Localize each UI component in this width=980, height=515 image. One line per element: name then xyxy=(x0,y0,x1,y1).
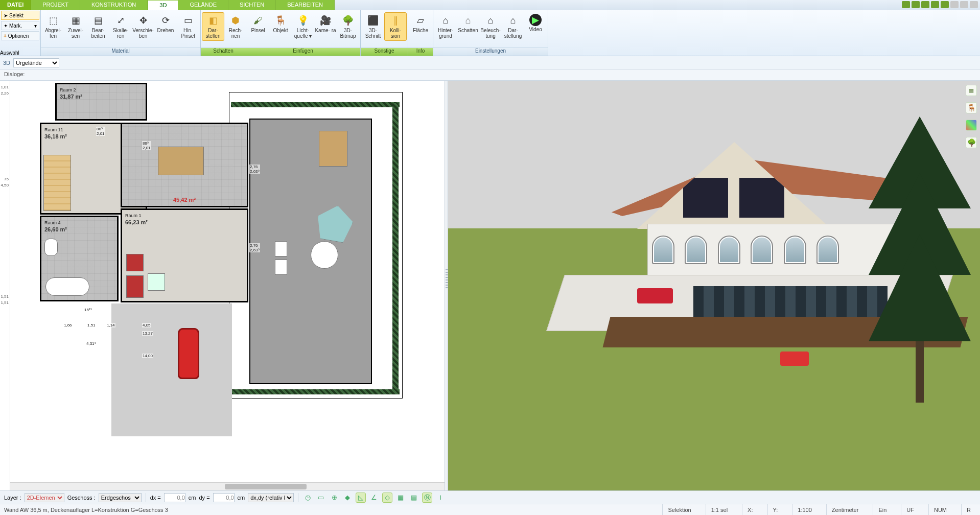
dim: 4,31⁵ xyxy=(86,341,97,346)
btn-bearbeiten[interactable]: ▤Bear- beiten xyxy=(87,12,109,41)
btn-3dbitmap[interactable]: 🌳3D- Bitmap xyxy=(337,12,359,41)
layer-select[interactable]: 2D-Elemen xyxy=(25,493,64,502)
cube-icon: ◧ xyxy=(206,14,220,27)
info-icon[interactable]: i xyxy=(435,493,446,503)
angle-icon[interactable]: ∠ xyxy=(369,493,379,503)
view-combo[interactable]: Urgelände xyxy=(13,58,59,67)
window-close[interactable] xyxy=(970,1,978,8)
btn-hin-pinsel[interactable]: ▭Hin. Pinsel xyxy=(177,12,199,41)
assign-icon: ▦ xyxy=(69,14,82,27)
coord-mode-select[interactable]: dx,dy (relativ ka xyxy=(248,493,294,502)
options-tool[interactable]: +Optionen xyxy=(1,31,39,40)
ribbon-group-auswahl: ➤Selekt ✦Mark.▾ +Optionen Auswahl xyxy=(0,10,41,56)
room-3[interactable]: Raum 3 45,42 m² xyxy=(121,123,248,207)
btn-video[interactable]: ▶Video xyxy=(524,12,547,40)
canvas-2d[interactable]: Raum 2 31,87 m² Raum 11 36,18 m² Raum 3 … xyxy=(10,81,445,482)
qb-3[interactable] xyxy=(921,1,929,8)
btn-beleuchtung[interactable]: ⌂Beleuch- tung xyxy=(479,12,502,41)
qb-2[interactable] xyxy=(912,1,920,8)
snap-obj-icon[interactable]: ◆ xyxy=(342,493,353,503)
tab-3d[interactable]: 3D xyxy=(148,0,178,10)
dim: 1,51 xyxy=(1,300,9,305)
qb-4[interactable] xyxy=(931,1,939,8)
ortho-icon[interactable]: ◺ xyxy=(356,493,366,503)
select-tool[interactable]: ➤Selekt xyxy=(1,11,39,20)
qb-1[interactable] xyxy=(902,1,910,8)
options-label: Optionen xyxy=(8,33,29,39)
lbl: Kolli- sion xyxy=(385,28,406,39)
patio-table xyxy=(319,131,347,167)
ribbon-group-material: ⬚Abgrei- fen ▦Zuwei- sen ▤Bear- beiten ⤢… xyxy=(41,10,201,56)
btn-objekt[interactable]: 🪑Objekt xyxy=(269,12,292,41)
snap-point-icon[interactable]: ⊕ xyxy=(329,493,339,503)
qb-5[interactable] xyxy=(941,1,949,8)
floor-select[interactable]: Erdgeschos xyxy=(99,493,142,502)
room-4[interactable]: Raum 4 26,60 m² xyxy=(40,216,119,301)
dim: 1,14 xyxy=(106,323,115,327)
btn-lichtquelle[interactable]: 💡Licht- quelle ▾ xyxy=(292,12,314,41)
conifer-tree xyxy=(869,116,971,403)
lbl: 3D- Bitmap xyxy=(337,28,359,39)
toolbar-bottom: Layer : 2D-Elemen Geschoss : Erdgeschos … xyxy=(0,490,980,504)
tab-konstruktion[interactable]: KONSTRUKTION xyxy=(80,0,148,10)
lbl: Drehen xyxy=(157,28,174,39)
layer-label: Layer : xyxy=(4,495,21,501)
status-selection: Selektion xyxy=(662,504,696,515)
room-2[interactable]: Raum 2 31,87 m² xyxy=(55,83,147,121)
lbl: Schatten xyxy=(458,28,478,39)
view-selector-bar: 3D Urgelände xyxy=(0,56,980,69)
btn-kamera[interactable]: 🎥Kame- ra xyxy=(314,12,337,41)
move-icon: ✥ xyxy=(136,14,150,27)
tab-gelaende[interactable]: GELÄNDE xyxy=(178,0,228,10)
plane-icon[interactable]: ◇ xyxy=(382,493,392,503)
btn-rechnen[interactable]: ⬢Rech- nen xyxy=(224,12,247,41)
layers-icon[interactable]: ≣ xyxy=(966,85,977,96)
btn-verschieben[interactable]: ✥Verschie- ben xyxy=(132,12,154,41)
tab-projekt[interactable]: PROJEKT xyxy=(31,0,80,10)
brush-icon: 🖌 xyxy=(251,14,265,27)
btn-flaeche[interactable]: ▱Fläche xyxy=(409,12,432,41)
viewport-3d[interactable]: ≣ 🪑 🌳 xyxy=(448,81,980,490)
btn-hintergrund[interactable]: ⌂Hinter- grund xyxy=(434,12,457,41)
dim: 4,50 xyxy=(1,183,9,188)
room-area: 31,87 m² xyxy=(60,93,82,100)
tab-file[interactable]: DATEI xyxy=(0,0,31,10)
hatch-icon[interactable]: ▦ xyxy=(395,493,406,503)
btn-abgreifen[interactable]: ⬚Abgrei- fen xyxy=(42,12,64,41)
room-area: 66,23 m² xyxy=(125,219,148,225)
pane-splitter[interactable] xyxy=(445,81,448,490)
btn-skalieren[interactable]: ⤢Skalie- ren xyxy=(109,12,132,41)
btn-kollision[interactable]: ‖Kolli- sion xyxy=(384,12,407,41)
window-minimize[interactable] xyxy=(950,1,959,8)
dy-input[interactable] xyxy=(213,493,235,502)
btn-schatten-set[interactable]: ⌂Schatten xyxy=(457,12,479,41)
lbl: Licht- quelle ▾ xyxy=(292,28,314,39)
tab-bearbeiten[interactable]: BEARBEITEN xyxy=(276,0,335,10)
btn-darstellung[interactable]: ⌂Dar- stellung xyxy=(502,12,524,41)
btn-darstellen[interactable]: ◧Dar- stellen xyxy=(202,12,224,41)
tree-icon: 🌳 xyxy=(341,14,355,27)
mark-tool[interactable]: ✦Mark.▾ xyxy=(1,21,39,30)
window-maximize[interactable] xyxy=(960,1,968,8)
dim: 15¹⁵ xyxy=(84,308,92,312)
dialog-label: Dialoge: xyxy=(4,71,25,77)
room-1[interactable]: Raum 1 66,23 m² xyxy=(121,208,248,302)
btn-drehen[interactable]: ⟳Drehen xyxy=(154,12,177,41)
screen-icon[interactable]: ▭ xyxy=(316,493,326,503)
dx-input[interactable] xyxy=(164,493,185,502)
chair-2 xyxy=(275,260,287,275)
tab-sichten[interactable]: SICHTEN xyxy=(228,0,276,10)
grid-icon[interactable]: ▤ xyxy=(409,493,419,503)
furniture-icon[interactable]: 🪑 xyxy=(966,102,977,113)
light-icon: 💡 xyxy=(296,14,310,27)
btn-zuweisen[interactable]: ▦Zuwei- sen xyxy=(64,12,87,41)
viewport-2d[interactable]: 1,01 2,26 75 4,50 1,51 1,51 Raum 2 31,87… xyxy=(0,81,445,490)
btn-pinsel[interactable]: 🖌Pinsel xyxy=(247,12,269,41)
north-icon[interactable]: Ⓝ xyxy=(422,493,432,503)
plant-icon[interactable]: 🌳 xyxy=(966,137,977,148)
btn-3dschnitt[interactable]: ⬛3D- Schnitt xyxy=(362,12,384,41)
palette-icon[interactable] xyxy=(966,120,977,131)
clock-icon[interactable]: ◷ xyxy=(302,493,313,503)
scrollbar-horizontal[interactable] xyxy=(10,482,445,490)
scroll-thumb[interactable] xyxy=(225,484,307,489)
